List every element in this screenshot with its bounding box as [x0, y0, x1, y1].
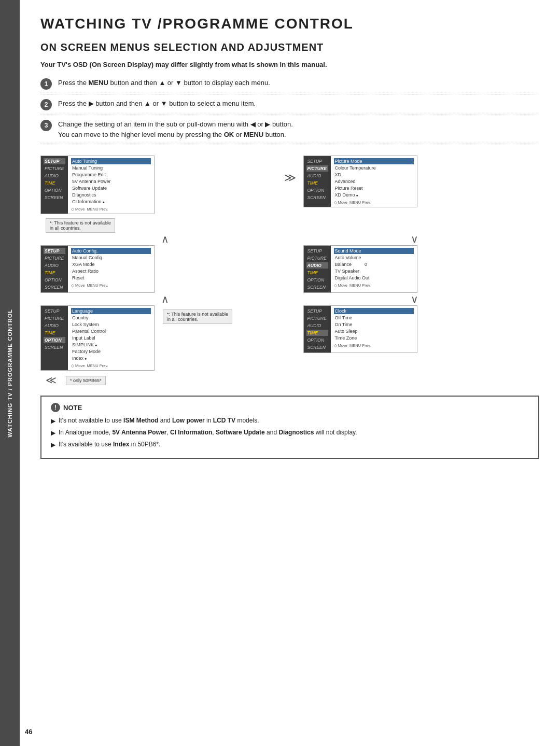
tv-menu-top-left-items: Auto Tuning Manual Tuning Programme Edit… [68, 156, 154, 214]
menu-item-antenna-power: 5V Antenna Power [71, 178, 151, 185]
tv-menu-top-right-sidebar: SETUP PICTURE AUDIO TIME OPTION SCREEN [304, 156, 331, 207]
sidebar-audio-4: AUDIO [306, 262, 328, 269]
menu-row-3: SETUP PICTURE AUDIO TIME OPTION SCREEN L… [40, 305, 539, 386]
step-1-number: 1 [40, 78, 52, 90]
menu-row-1: SETUP PICTURE AUDIO TIME OPTION SCREEN A… [40, 156, 539, 233]
note-item-1: ▶ It's not available to use ISM Method a… [51, 416, 529, 426]
note-icon: ! [51, 403, 60, 412]
arrows-row-1: ∧ ∨ [40, 233, 539, 245]
menu-item-factory-mode: Factory Mode [71, 348, 151, 355]
sidebar-setup-2: SETUP [306, 158, 328, 164]
menu-mid-right: SETUP PICTURE AUDIO TIME OPTION SCREEN S… [303, 245, 417, 293]
menu-item-software-update: Software Update [71, 185, 151, 191]
menu-item-programme-edit: Programme Edit [71, 172, 151, 178]
note-section: ! NOTE ▶ It's not available to use ISM M… [40, 396, 539, 459]
arrow-left-bot: ≪ [40, 373, 62, 386]
sidebar-time-4: TIME [306, 270, 328, 276]
tv-menu-top-left-sidebar: SETUP PICTURE AUDIO TIME OPTION SCREEN [41, 156, 68, 214]
menu-item-aspect-ratio: Aspect Ratio [71, 268, 151, 274]
sidebar-setup-4: SETUP [306, 248, 328, 254]
sidebar-screen-6: SCREEN [306, 344, 328, 350]
down-arrow-right: ∨ [290, 233, 539, 245]
sidebar-setup-1: SETUP [44, 158, 65, 164]
menu-mid-left: SETUP PICTURE AUDIO TIME OPTION SCREEN A… [40, 245, 155, 293]
menu-row-2: SETUP PICTURE AUDIO TIME OPTION SCREEN A… [40, 245, 539, 293]
sidebar-screen-1: SCREEN [44, 194, 65, 201]
menu-item-lock-system: Lock System [71, 321, 151, 328]
menu-item-xd-demo: XD Demo [334, 192, 414, 198]
sidebar-option-4: OPTION [306, 277, 328, 283]
sidebar-option-6: OPTION [306, 337, 328, 343]
note-text-3: It's available to use Index in 50PB6*. [59, 440, 160, 449]
sidebar-picture-6: PICTURE [306, 315, 328, 321]
menu-item-index: Index [71, 355, 151, 361]
sidebar-picture-4: PICTURE [306, 255, 328, 261]
menu-item-auto-tuning: Auto Tuning [71, 158, 151, 164]
menu-top-right: SETUP PICTURE AUDIO TIME OPTION SCREEN P… [303, 156, 417, 207]
sidebar-time-1: TIME [44, 180, 65, 186]
menu-item-auto-sleep: Auto Sleep [334, 328, 414, 334]
step-2-number: 2 [40, 99, 52, 110]
sidebar-audio-6: AUDIO [306, 322, 328, 329]
tv-menu-mid-left-items: Auto Config. Manual Config. XGA Mode Asp… [68, 246, 154, 292]
page-number: 46 [25, 728, 32, 736]
sidebar-audio-5: AUDIO [44, 322, 65, 329]
note-title: ! NOTE [51, 403, 529, 412]
tv-menu-top-right-items: Picture Mode Colour Temperature XD Advan… [331, 156, 417, 207]
steps-container: 1 Press the MENU button and then ▲ or ▼ … [40, 78, 539, 144]
arrow-right-top: ≫ [282, 156, 298, 185]
sidebar-picture-2: PICTURE [306, 165, 328, 172]
menu-item-ci-information: CI Information [71, 199, 151, 205]
menu-item-sound-mode: Sound Mode [334, 248, 414, 254]
sidebar-screen-3: SCREEN [44, 284, 65, 290]
down-arrow-right-2: ∨ [290, 293, 539, 305]
up-arrow-left-2: ∧ [40, 293, 290, 305]
sidebar-picture-5: PICTURE [44, 315, 65, 321]
sidebar-time-2: TIME [306, 180, 328, 186]
menu-item-colour-temp: Colour Temperature [334, 165, 414, 171]
tv-menu-bot-left-items: Language Country Lock System Parental Co… [68, 306, 154, 370]
step-2-text: Press the ▶ button and then ▲ or ▼ butto… [58, 98, 256, 109]
menu-bot-left: SETUP PICTURE AUDIO TIME OPTION SCREEN L… [40, 305, 155, 371]
menu-bot-left-cell: SETUP PICTURE AUDIO TIME OPTION SCREEN L… [40, 305, 282, 386]
sidebar-audio-3: AUDIO [44, 262, 65, 269]
step-2: 2 Press the ▶ button and then ▲ or ▼ but… [40, 98, 539, 115]
menu-mid-right-cell: SETUP PICTURE AUDIO TIME OPTION SCREEN S… [298, 245, 540, 293]
step-3: 3 Change the setting of an item in the s… [40, 119, 539, 144]
tv-menu-top-right-footer: ◇ Move MENU Prev. [334, 200, 414, 205]
sidebar-option-1: OPTION [44, 187, 65, 193]
sidebar-setup-6: SETUP [306, 308, 328, 314]
sidebar: WATCHING TV / PROGRAMME CONTROL [0, 0, 20, 746]
menu-top-left-note: *: This feature is not availablein all c… [46, 218, 115, 233]
menu-item-xd: XD [334, 172, 414, 178]
up-arrow-left: ∧ [40, 233, 290, 245]
sidebar-audio-2: AUDIO [306, 173, 328, 179]
note-item-3: ▶ It's available to use Index in 50PB6*. [51, 440, 529, 449]
menu-top-left-cell: SETUP PICTURE AUDIO TIME OPTION SCREEN A… [40, 156, 282, 233]
sidebar-setup-3: SETUP [44, 248, 65, 254]
section-title: ON SCREEN MENUS SELECTION AND ADJUSTMENT [40, 41, 539, 53]
menu-item-off-time: Off Time [334, 315, 414, 321]
note-text-2: In Analogue mode, 5V Antenna Power, CI I… [59, 428, 357, 437]
menu-item-clock: Clock [334, 308, 414, 314]
tv-menu-bot-left-footer: ◇ Move MENU Prev. [71, 363, 151, 368]
menu-item-simplink: SIMPLINK [71, 342, 151, 348]
menu-item-tv-speaker: TV Speaker [334, 268, 414, 274]
menu-item-digital-audio: Digital Audio Out [334, 275, 414, 281]
tv-menu-mid-right-items: Sound Mode Auto Volume Balance 0 TV Spea… [331, 246, 417, 292]
menu-bot-left-note: *: This feature is not availablein all c… [163, 309, 232, 324]
menu-item-balance: Balance 0 [334, 261, 414, 268]
menu-item-on-time: On Time [334, 321, 414, 328]
menu-item-diagnostics: Diagnostics [71, 192, 151, 198]
step-3-number: 3 [40, 120, 52, 131]
tv-menu-mid-left-footer: ◇ Move MENU Prev. [71, 283, 151, 288]
menu-item-auto-config: Auto Config. [71, 248, 151, 254]
sidebar-time-6: TIME [306, 330, 328, 336]
menu-item-picture-reset: Picture Reset [334, 185, 414, 191]
sidebar-time-5: TIME [44, 330, 65, 336]
menu-bot-right-cell: SETUP PICTURE AUDIO TIME OPTION SCREEN C… [298, 305, 540, 353]
menu-item-advanced: Advanced [334, 178, 414, 185]
menu-item-time-zone: Time Zone [334, 335, 414, 341]
note-title-text: NOTE [63, 404, 82, 412]
menu-item-reset: Reset [71, 275, 151, 281]
